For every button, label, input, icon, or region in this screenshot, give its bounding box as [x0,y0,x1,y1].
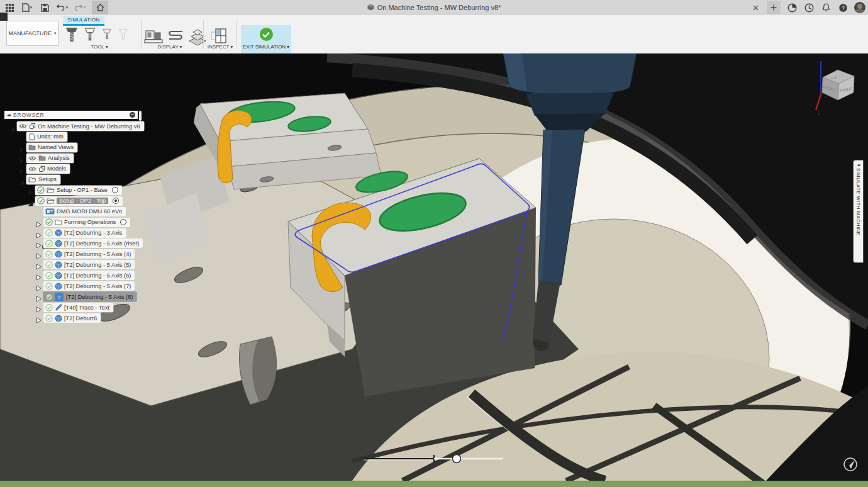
checklight-icon [45,304,53,311]
tool-endmill-1-icon[interactable] [64,27,79,48]
tree-expand-arrow-icon[interactable] [18,165,25,172]
tree-expand-arrow-icon[interactable] [35,240,42,246]
activate-setup-radio[interactable] [113,198,119,204]
help-icon[interactable]: ? [837,2,849,13]
activate-setup-radio[interactable] [120,219,126,225]
browser-item-t2-deburring-5-axis-5[interactable]: [T2] Deburring - 5 Axis (5) [0,260,201,269]
sphere-icon [55,261,62,269]
component-icon [38,165,45,172]
recent-clock-icon[interactable] [803,2,815,13]
ribbon-toolbar: MANUFACTURE▾ SIMULATION TOOL▾ DISPLAY▾ I… [0,15,868,54]
tool-group-label[interactable]: TOOL▾ [81,44,118,50]
browser-item-analysis[interactable]: Analysis [0,154,201,163]
dark-grid-icon[interactable] [0,13,8,21]
browser-panel-header[interactable]: ◂◂ BROWSER [4,111,138,119]
tree-expand-arrow-icon[interactable] [18,176,25,182]
eye-icon [28,166,36,172]
tab-simulation[interactable]: SIMULATION [63,16,104,24]
browser-minus-icon[interactable] [130,112,135,118]
browser-item-dmg-mori-dmu-60-evo[interactable]: DMG MORI DMU 60 eVo [0,207,201,216]
browser-item-on-machine-testing-mw-deburring-v8[interactable]: On Machine Testing - MW Deburring v8 [0,121,201,131]
simulate-with-machine-tab[interactable]: ◂◂ SIMULATE WITH MACHINE [854,160,863,262]
svg-text:?: ? [842,4,845,11]
tree-expand-arrow-icon[interactable] [35,304,42,310]
sphere-icon [55,229,62,237]
file-menu-icon[interactable]: ▾ [21,2,33,13]
checklight-icon [45,283,53,290]
browser-scrollbar[interactable] [139,111,142,121]
redo-icon[interactable]: ▾ [74,2,86,13]
tree-expand-arrow-icon[interactable] [35,250,42,257]
save-icon[interactable] [39,2,50,13]
new-tab-icon[interactable] [767,1,781,14]
close-tab-icon[interactable] [750,2,761,13]
browser-title: BROWSER [13,112,45,118]
exit-simulation-button[interactable]: EXIT SIMULATION▾ [241,25,291,53]
sphere-icon [55,240,62,247]
browser-item-named-views[interactable]: Named Views [0,143,201,152]
browser-item-t2-deburring-5-axis-4[interactable]: [T2] Deburring - 5 Axis (4) [0,249,201,259]
viewport-3d[interactable]: TOP FRONT RIGHT x ◂◂ BROWSER [0,53,868,481]
checklight-icon [45,240,53,247]
title-bar: ▾ ▾ ▾ On Machine Testing - MW Deburring … [0,0,868,16]
eye-icon [28,155,36,161]
tree-expand-arrow-icon[interactable] [35,272,42,278]
svg-text:TOP: TOP [830,76,838,80]
browser-item-setups[interactable]: Setups [0,175,201,184]
checklight-icon [45,293,53,301]
toolbar-separator [236,20,236,49]
browser-item-setup-op2-top[interactable]: Setup - OP2 - Top [0,196,201,206]
collapse-panel-icon[interactable]: ◂◂ [7,113,10,118]
browser-item-t2-deburring-3-axis[interactable]: [T2] Deburring - 3 Axis [0,228,201,238]
home-icon[interactable] [92,1,108,14]
timeline-handle[interactable] [453,455,461,463]
app-grid-icon[interactable] [4,2,15,13]
tab-simulation-underline [63,24,104,26]
tree-expand-arrow-icon[interactable] [35,261,42,267]
activate-setup-radio[interactable] [112,187,118,193]
browser-item-models[interactable]: Models [0,164,201,174]
checklight-icon [45,261,53,269]
browser-item-t2-deburring-5-axis-riser[interactable]: [T2] Deburring - 5 Axis (riser) [0,238,201,248]
browser-item-units-mm[interactable]: Units: mm [0,132,201,142]
browser-item-t2-deburring-5-axis-7[interactable]: [T2] Deburring - 5 Axis (7) [0,281,201,291]
browser-item-t2-deburring-5-axis-6[interactable]: [T2] Deburring - 5 Axis (6) [0,271,201,280]
check-icon [37,186,45,194]
tree-expand-arrow-icon[interactable] [35,315,42,321]
tree-expand-arrow-icon[interactable] [18,155,25,161]
tree-expand-arrow-icon[interactable] [35,283,42,289]
user-avatar[interactable] [854,2,865,13]
tree-expand-arrow-icon[interactable] [27,187,33,193]
browser-item-t2-deburring-5-axis-8[interactable]: [T2] Deburring - 5 Axis (8) [0,292,201,301]
checklight-icon [45,272,53,279]
fusion-app-window: ▾ ▾ ▾ On Machine Testing - MW Deburring … [0,0,868,487]
undo-icon[interactable]: ▾ [57,2,68,13]
folderopen-icon [47,187,55,193]
browser-item-forming-operations[interactable]: Forming Operations [0,218,201,227]
tool-chamfer-icon[interactable] [117,27,130,48]
browser-item-t2-deburr6[interactable]: [T2] Deburr6 [0,313,201,323]
checklight-icon [45,229,53,237]
folder-icon [38,155,46,161]
tree-expand-arrow-icon[interactable] [9,123,15,129]
folderopen-icon [47,198,55,204]
tree-expand-arrow-icon[interactable] [35,219,42,225]
tree-expand-arrow-icon[interactable] [27,198,33,204]
browser-item-t40-trace-text[interactable]: [T40] Trace - Text [0,303,201,312]
folderoutline-icon [55,219,62,225]
green-check-icon [260,28,273,41]
sphere-icon [55,293,64,301]
tree-expand-arrow-icon[interactable] [35,230,42,236]
sphere-icon [55,283,62,290]
browser-item-setup-op1-base[interactable]: Setup - OP1 - Base [0,186,201,195]
display-group-label[interactable]: DISPLAY▾ [151,44,189,50]
workspace-selector[interactable]: MANUFACTURE▾ [6,21,58,46]
inspect-group-label[interactable]: INSPECT▾ [201,44,239,50]
tree-expand-arrow-icon[interactable] [18,144,25,150]
notifications-bell-icon[interactable] [820,2,832,13]
sphere-icon [55,315,62,322]
check-icon [45,218,53,226]
tree-expand-arrow-icon[interactable] [35,293,42,299]
toolbar-separator [141,20,142,49]
job-status-icon[interactable] [786,2,798,13]
